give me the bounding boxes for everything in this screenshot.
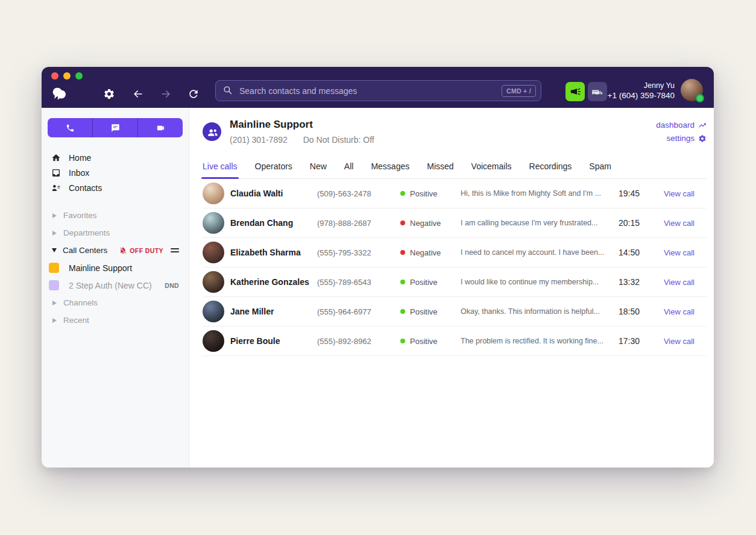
off-duty-badge[interactable]: OFF DUTY — [119, 246, 163, 255]
video-icon — [156, 124, 165, 133]
section-label: Favorites — [63, 211, 97, 220]
tab-messages[interactable]: Messages — [371, 158, 409, 178]
tab-all[interactable]: All — [344, 158, 354, 178]
trending-up-icon — [698, 121, 707, 130]
contact-name: Elizabeth Sharma — [230, 248, 317, 257]
dashboard-link[interactable]: dashboard — [656, 119, 707, 132]
drag-handle-icon[interactable] — [171, 248, 179, 252]
new-message-button[interactable] — [92, 118, 137, 137]
call-row[interactable]: Elizabeth Sharma (555)-795-3322 Negative… — [203, 238, 707, 268]
call-center-avatar — [203, 122, 221, 141]
back-button[interactable] — [131, 87, 145, 101]
chat-icon — [111, 124, 120, 133]
app-window: CMD + / Jenny Yu +1 (604) 359-7840 — [42, 67, 714, 468]
sentiment-label: Positive — [410, 189, 438, 198]
dashboard-link-label: dashboard — [656, 119, 695, 132]
window-controls — [51, 72, 83, 80]
current-user-info: Jenny Yu +1 (604) 359-7840 — [608, 81, 675, 101]
view-call-link[interactable]: View call — [664, 307, 695, 316]
home-icon — [51, 153, 61, 163]
sentiment-label: Negative — [410, 219, 441, 228]
color-swatch — [49, 280, 59, 290]
settings-gear-button[interactable] — [102, 87, 116, 101]
contact-phone: (555)-789-6543 — [317, 278, 400, 287]
contact-name: Brendan Chang — [230, 218, 317, 228]
search-shortcut-badge: CMD + / — [502, 85, 536, 97]
call-row[interactable]: Pierre Boule (555)-892-8962 Positive The… — [203, 327, 707, 356]
contacts-icon — [51, 183, 61, 193]
settings-link-label: settings — [666, 132, 695, 145]
call-row[interactable]: Katherine Gonzales (555)-789-6543 Positi… — [203, 268, 707, 297]
contact-name: Pierre Boule — [230, 336, 317, 346]
call-center-item-mainline-support[interactable]: Mainline Support — [48, 259, 183, 277]
contact-phone: (555)-892-8962 — [317, 337, 400, 346]
search-bar[interactable]: CMD + / — [215, 80, 541, 101]
contact-name: Jane Miller — [230, 307, 317, 316]
view-call-link[interactable]: View call — [664, 248, 695, 257]
bell-off-icon — [119, 246, 127, 255]
user-avatar[interactable] — [681, 79, 703, 101]
section-label: Departments — [63, 228, 110, 237]
call-row[interactable]: Jane Miller (555)-964-6977 Positive Okay… — [203, 297, 707, 327]
contact-avatar — [203, 271, 224, 293]
sidebar-item-home[interactable]: Home — [48, 150, 183, 165]
contact-avatar — [203, 301, 224, 322]
sentiment-label: Positive — [410, 307, 438, 316]
truck-icon — [591, 86, 603, 98]
tab-recordings[interactable]: Recordings — [529, 158, 572, 178]
call-center-phone: (201) 301-7892 — [230, 135, 288, 145]
sidebar-item-inbox[interactable]: Inbox — [48, 165, 183, 180]
announcement-button[interactable] — [565, 82, 585, 101]
minimize-window-button[interactable] — [63, 72, 71, 80]
call-center-item-2-step-auth[interactable]: 2 Step Auth (New CC) DND — [48, 277, 183, 294]
transcript-preview[interactable]: Hi, this is Mike from Mighty Soft and I'… — [461, 189, 601, 198]
transcript-preview[interactable]: I would like to continue my membership..… — [461, 278, 599, 286]
transcript-preview[interactable]: Okay, thanks. This information is helpfu… — [461, 307, 600, 316]
new-call-button[interactable] — [48, 118, 92, 137]
contact-name: Katherine Gonzales — [230, 277, 317, 287]
call-row[interactable]: Claudia Walti (509)-563-2478 Positive Hi… — [203, 179, 707, 208]
contact-phone: (509)-563-2478 — [317, 189, 400, 198]
sidebar-section-departments[interactable]: Departments — [48, 224, 183, 242]
close-window-button[interactable] — [51, 72, 58, 80]
transcript-preview[interactable]: The problem is rectified. It is working … — [461, 337, 603, 345]
sentiment-label: Positive — [410, 337, 438, 346]
sentiment-label: Negative — [410, 248, 441, 257]
sidebar-section-recent[interactable]: Recent — [48, 311, 183, 329]
contact-name: Claudia Walti — [230, 189, 317, 198]
tab-spam[interactable]: Spam — [589, 158, 611, 178]
view-call-link[interactable]: View call — [664, 337, 695, 346]
transcript-preview[interactable]: I need to cancel my account. I have been… — [461, 248, 604, 257]
inbox-icon — [51, 168, 61, 178]
view-call-link[interactable]: View call — [664, 219, 695, 228]
sidebar-item-label: Home — [69, 153, 91, 163]
dialpad-logo-icon — [51, 86, 71, 101]
tab-missed[interactable]: Missed — [427, 158, 453, 178]
new-meeting-button[interactable] — [137, 118, 183, 137]
sidebar-section-call-centers[interactable]: Call Centers OFF DUTY — [48, 242, 183, 259]
sidebar-item-label: Contacts — [69, 183, 102, 193]
call-row[interactable]: Brendan Chang (978)-888-2687 Negative I … — [203, 208, 707, 238]
delivery-truck-button[interactable] — [588, 82, 607, 101]
sidebar-item-label: Inbox — [69, 168, 89, 178]
sentiment-dot — [400, 250, 405, 255]
tab-live-calls[interactable]: Live calls — [203, 158, 238, 178]
tab-operators[interactable]: Operators — [255, 158, 292, 178]
zoom-window-button[interactable] — [75, 72, 83, 80]
contact-avatar — [203, 183, 224, 204]
refresh-button[interactable] — [186, 87, 201, 101]
search-input[interactable] — [239, 86, 502, 96]
view-call-link[interactable]: View call — [664, 278, 695, 287]
tab-voicemails[interactable]: Voicemails — [471, 158, 512, 178]
gear-icon — [698, 134, 707, 143]
forward-button[interactable] — [159, 87, 173, 101]
sidebar-item-contacts[interactable]: Contacts — [48, 180, 183, 195]
view-call-link[interactable]: View call — [664, 189, 695, 198]
tab-new[interactable]: New — [310, 158, 327, 178]
megaphone-icon — [570, 86, 581, 97]
sidebar-section-channels[interactable]: Channels — [48, 294, 183, 311]
transcript-preview[interactable]: I am calling because I'm very frustrated… — [461, 219, 597, 227]
settings-link[interactable]: settings — [656, 132, 707, 145]
contact-avatar — [203, 330, 224, 352]
sidebar-section-favorites[interactable]: Favorites — [48, 207, 183, 224]
